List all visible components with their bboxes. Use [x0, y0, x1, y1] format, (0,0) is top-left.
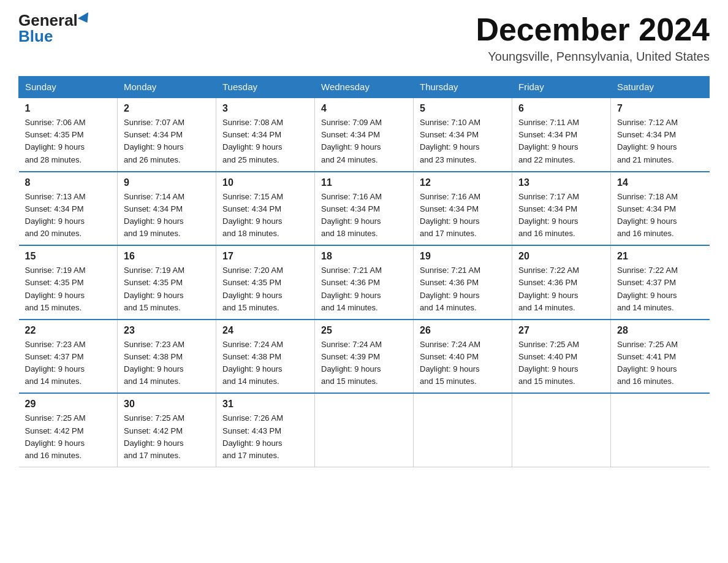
calendar-week-3: 15Sunrise: 7:19 AMSunset: 4:35 PMDayligh… — [19, 245, 710, 320]
day-info: Sunrise: 7:23 AMSunset: 4:38 PMDaylight:… — [124, 339, 210, 388]
logo: General Blue — [18, 12, 91, 44]
calendar-location: Youngsville, Pennsylvania, United States — [476, 50, 710, 64]
table-row: 10Sunrise: 7:15 AMSunset: 4:34 PMDayligh… — [216, 172, 315, 246]
day-info: Sunrise: 7:23 AMSunset: 4:37 PMDaylight:… — [25, 339, 112, 388]
logo-blue-text: Blue — [18, 27, 53, 45]
day-info: Sunrise: 7:22 AMSunset: 4:36 PMDaylight:… — [518, 264, 604, 314]
day-number: 12 — [420, 177, 506, 188]
day-number: 16 — [124, 251, 210, 262]
day-number: 26 — [420, 325, 506, 336]
calendar-week-5: 29Sunrise: 7:25 AMSunset: 4:42 PMDayligh… — [19, 393, 710, 467]
day-number: 27 — [518, 325, 604, 336]
table-row: 27Sunrise: 7:25 AMSunset: 4:40 PMDayligh… — [512, 320, 611, 394]
logo-triangle-icon — [78, 12, 93, 26]
table-row: 31Sunrise: 7:26 AMSunset: 4:43 PMDayligh… — [216, 393, 315, 467]
logo-general-text: General — [18, 12, 78, 28]
day-info: Sunrise: 7:13 AMSunset: 4:34 PMDaylight:… — [25, 191, 112, 240]
header-monday: Monday — [118, 77, 216, 98]
header-thursday: Thursday — [414, 77, 512, 98]
table-row: 18Sunrise: 7:21 AMSunset: 4:36 PMDayligh… — [315, 245, 414, 320]
day-info: Sunrise: 7:26 AMSunset: 4:43 PMDaylight:… — [222, 412, 308, 462]
day-number: 14 — [617, 177, 703, 188]
table-row: 28Sunrise: 7:25 AMSunset: 4:41 PMDayligh… — [611, 320, 710, 394]
day-info: Sunrise: 7:24 AMSunset: 4:39 PMDaylight:… — [321, 339, 407, 388]
day-info: Sunrise: 7:17 AMSunset: 4:34 PMDaylight:… — [518, 191, 604, 240]
day-info: Sunrise: 7:25 AMSunset: 4:41 PMDaylight:… — [617, 339, 703, 388]
page-header: General Blue December 2024 Youngsville, … — [18, 12, 710, 64]
day-info: Sunrise: 7:06 AMSunset: 4:35 PMDaylight:… — [25, 117, 112, 166]
day-number: 22 — [25, 325, 112, 336]
day-number: 1 — [25, 103, 112, 114]
calendar-week-4: 22Sunrise: 7:23 AMSunset: 4:37 PMDayligh… — [19, 320, 710, 394]
calendar-week-1: 1Sunrise: 7:06 AMSunset: 4:35 PMDaylight… — [19, 98, 710, 172]
day-info: Sunrise: 7:21 AMSunset: 4:36 PMDaylight:… — [321, 264, 407, 314]
table-row: 21Sunrise: 7:22 AMSunset: 4:37 PMDayligh… — [611, 245, 710, 320]
table-row: 7Sunrise: 7:12 AMSunset: 4:34 PMDaylight… — [611, 98, 710, 172]
table-row: 5Sunrise: 7:10 AMSunset: 4:34 PMDaylight… — [414, 98, 512, 172]
day-number: 10 — [222, 177, 308, 188]
day-number: 15 — [25, 251, 112, 262]
day-info: Sunrise: 7:15 AMSunset: 4:34 PMDaylight:… — [222, 191, 308, 240]
day-info: Sunrise: 7:07 AMSunset: 4:34 PMDaylight:… — [124, 117, 210, 166]
table-row: 9Sunrise: 7:14 AMSunset: 4:34 PMDaylight… — [118, 172, 216, 246]
day-info: Sunrise: 7:12 AMSunset: 4:34 PMDaylight:… — [617, 117, 703, 166]
table-row: 13Sunrise: 7:17 AMSunset: 4:34 PMDayligh… — [512, 172, 611, 246]
day-info: Sunrise: 7:24 AMSunset: 4:38 PMDaylight:… — [222, 339, 308, 388]
day-info: Sunrise: 7:21 AMSunset: 4:36 PMDaylight:… — [420, 264, 506, 314]
table-row: 8Sunrise: 7:13 AMSunset: 4:34 PMDaylight… — [19, 172, 118, 246]
table-row: 14Sunrise: 7:18 AMSunset: 4:34 PMDayligh… — [611, 172, 710, 246]
day-info: Sunrise: 7:09 AMSunset: 4:34 PMDaylight:… — [321, 117, 407, 166]
day-info: Sunrise: 7:14 AMSunset: 4:34 PMDaylight:… — [124, 191, 210, 240]
day-number: 17 — [222, 251, 308, 262]
day-info: Sunrise: 7:24 AMSunset: 4:40 PMDaylight:… — [420, 339, 506, 388]
day-number: 8 — [25, 177, 112, 188]
calendar-table: Sunday Monday Tuesday Wednesday Thursday… — [18, 76, 710, 467]
day-info: Sunrise: 7:10 AMSunset: 4:34 PMDaylight:… — [420, 117, 506, 166]
day-number: 31 — [222, 399, 308, 410]
day-number: 20 — [518, 251, 604, 262]
calendar-week-2: 8Sunrise: 7:13 AMSunset: 4:34 PMDaylight… — [19, 172, 710, 246]
header-friday: Friday — [512, 77, 611, 98]
day-info: Sunrise: 7:08 AMSunset: 4:34 PMDaylight:… — [222, 117, 308, 166]
table-row: 11Sunrise: 7:16 AMSunset: 4:34 PMDayligh… — [315, 172, 414, 246]
table-row: 6Sunrise: 7:11 AMSunset: 4:34 PMDaylight… — [512, 98, 611, 172]
table-row: 1Sunrise: 7:06 AMSunset: 4:35 PMDaylight… — [19, 98, 118, 172]
day-number: 21 — [617, 251, 703, 262]
table-row: 24Sunrise: 7:24 AMSunset: 4:38 PMDayligh… — [216, 320, 315, 394]
table-row — [611, 393, 710, 467]
table-row: 30Sunrise: 7:25 AMSunset: 4:42 PMDayligh… — [118, 393, 216, 467]
day-info: Sunrise: 7:11 AMSunset: 4:34 PMDaylight:… — [518, 117, 604, 166]
day-number: 19 — [420, 251, 506, 262]
day-number: 3 — [222, 103, 308, 114]
day-number: 5 — [420, 103, 506, 114]
table-row: 16Sunrise: 7:19 AMSunset: 4:35 PMDayligh… — [118, 245, 216, 320]
table-row: 26Sunrise: 7:24 AMSunset: 4:40 PMDayligh… — [414, 320, 512, 394]
day-info: Sunrise: 7:18 AMSunset: 4:34 PMDaylight:… — [617, 191, 703, 240]
day-info: Sunrise: 7:25 AMSunset: 4:40 PMDaylight:… — [518, 339, 604, 388]
table-row: 20Sunrise: 7:22 AMSunset: 4:36 PMDayligh… — [512, 245, 611, 320]
day-number: 2 — [124, 103, 210, 114]
day-info: Sunrise: 7:22 AMSunset: 4:37 PMDaylight:… — [617, 264, 703, 314]
day-number: 13 — [518, 177, 604, 188]
day-number: 6 — [518, 103, 604, 114]
table-row: 22Sunrise: 7:23 AMSunset: 4:37 PMDayligh… — [19, 320, 118, 394]
table-row: 17Sunrise: 7:20 AMSunset: 4:35 PMDayligh… — [216, 245, 315, 320]
day-number: 24 — [222, 325, 308, 336]
day-info: Sunrise: 7:20 AMSunset: 4:35 PMDaylight:… — [222, 264, 308, 314]
table-row: 15Sunrise: 7:19 AMSunset: 4:35 PMDayligh… — [19, 245, 118, 320]
day-number: 28 — [617, 325, 703, 336]
title-section: December 2024 Youngsville, Pennsylvania,… — [476, 12, 710, 64]
day-info: Sunrise: 7:25 AMSunset: 4:42 PMDaylight:… — [124, 412, 210, 462]
table-row: 29Sunrise: 7:25 AMSunset: 4:42 PMDayligh… — [19, 393, 118, 467]
day-number: 11 — [321, 177, 407, 188]
day-number: 18 — [321, 251, 407, 262]
day-number: 9 — [124, 177, 210, 188]
table-row: 3Sunrise: 7:08 AMSunset: 4:34 PMDaylight… — [216, 98, 315, 172]
day-number: 25 — [321, 325, 407, 336]
table-row — [512, 393, 611, 467]
table-row: 25Sunrise: 7:24 AMSunset: 4:39 PMDayligh… — [315, 320, 414, 394]
table-row: 23Sunrise: 7:23 AMSunset: 4:38 PMDayligh… — [118, 320, 216, 394]
calendar-title: December 2024 — [476, 12, 710, 47]
day-info: Sunrise: 7:16 AMSunset: 4:34 PMDaylight:… — [420, 191, 506, 240]
day-number: 7 — [617, 103, 703, 114]
